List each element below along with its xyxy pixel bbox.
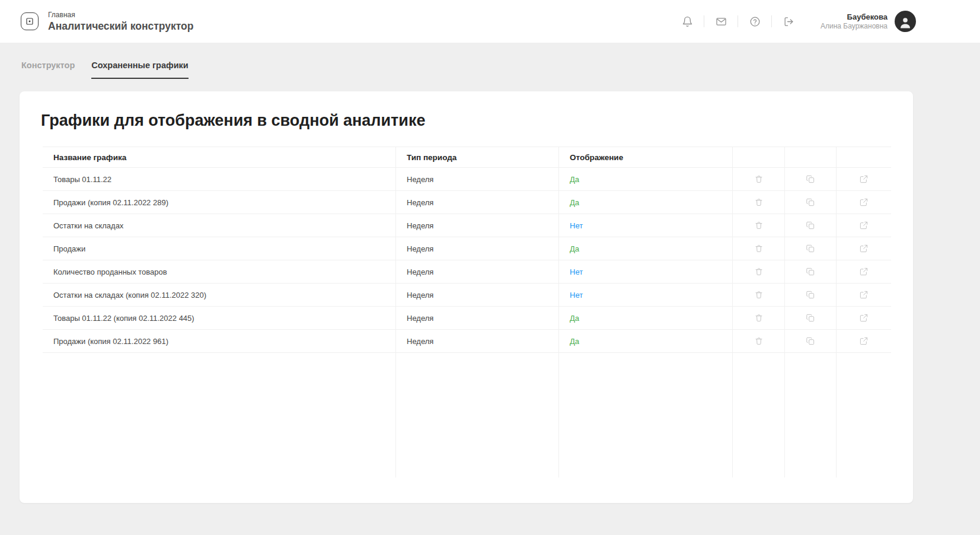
external-link-icon <box>859 221 869 230</box>
open-cell <box>836 330 891 352</box>
copy-icon <box>806 290 815 300</box>
duplicate-button[interactable] <box>803 241 818 256</box>
chart-name-cell: Продажи (копия 02.11.2022 961) <box>43 330 395 352</box>
col-header-open <box>836 147 891 167</box>
copy-icon <box>806 174 815 184</box>
period-cell: Неделя <box>395 214 558 237</box>
duplicate-cell <box>784 284 836 306</box>
trash-icon <box>754 198 764 207</box>
empty-column <box>558 353 732 477</box>
col-header-chart-name: Название графика <box>43 147 395 167</box>
empty-column <box>395 353 558 477</box>
display-cell: Да <box>558 191 732 214</box>
page-title: Аналитический конструктор <box>48 20 193 33</box>
mail-button[interactable] <box>714 14 728 28</box>
status-text: Да <box>570 244 579 253</box>
duplicate-button[interactable] <box>803 195 818 209</box>
duplicate-button[interactable] <box>803 334 818 348</box>
divider <box>704 15 704 27</box>
notifications-button[interactable] <box>680 14 694 28</box>
help-button[interactable] <box>748 14 762 28</box>
divider <box>738 15 738 27</box>
top-bar: Главная Аналитический конструктор Баубек… <box>0 0 980 43</box>
chart-name-cell: Товары 01.11.22 (копия 02.11.2022 445) <box>43 307 395 329</box>
empty-column <box>836 353 891 477</box>
copy-icon <box>806 267 815 276</box>
external-link-icon <box>859 267 869 276</box>
table-row: Товары 01.11.22 (копия 02.11.2022 445) Н… <box>43 307 891 330</box>
delete-cell <box>732 191 784 214</box>
table-row: Продажи (копия 02.11.2022 289) Неделя Да <box>43 191 891 214</box>
duplicate-button[interactable] <box>803 288 818 302</box>
duplicate-button[interactable] <box>803 265 818 279</box>
avatar[interactable] <box>895 11 916 32</box>
open-button[interactable] <box>857 172 871 186</box>
logout-icon <box>783 16 794 27</box>
tab-saved-charts[interactable]: Сохраненные графики <box>91 60 189 79</box>
open-button[interactable] <box>857 218 871 233</box>
display-cell: Нет <box>558 214 732 237</box>
logout-button[interactable] <box>781 14 796 28</box>
status-text: Нет <box>570 291 583 300</box>
delete-cell <box>732 214 784 237</box>
divider <box>771 15 772 27</box>
trash-icon <box>754 244 764 253</box>
external-link-icon <box>859 174 869 184</box>
external-link-icon <box>859 244 869 253</box>
delete-button[interactable] <box>752 172 766 186</box>
delete-button[interactable] <box>752 334 766 348</box>
delete-button[interactable] <box>752 241 766 256</box>
status-text: Да <box>570 314 579 323</box>
status-text: Нет <box>570 268 583 276</box>
open-button[interactable] <box>857 241 871 256</box>
duplicate-button[interactable] <box>803 172 818 186</box>
delete-button[interactable] <box>752 218 766 233</box>
table-row: Остатки на складах (копия 02.11.2022 320… <box>43 284 891 307</box>
open-cell <box>836 237 891 260</box>
open-button[interactable] <box>857 265 871 279</box>
open-button[interactable] <box>857 334 871 348</box>
display-cell: Нет <box>558 260 732 283</box>
open-cell <box>836 191 891 214</box>
display-cell: Да <box>558 237 732 260</box>
delete-cell <box>732 260 784 283</box>
display-cell: Да <box>558 307 732 329</box>
open-button[interactable] <box>857 288 871 302</box>
table-row: Остатки на складах Неделя Нет <box>43 214 891 237</box>
open-button[interactable] <box>857 195 871 209</box>
period-cell: Неделя <box>395 260 558 283</box>
person-icon <box>898 15 912 30</box>
delete-button[interactable] <box>752 265 766 279</box>
title-block: Главная Аналитический конструктор <box>48 11 193 33</box>
app-logo[interactable] <box>21 12 39 30</box>
display-cell: Нет <box>558 284 732 306</box>
duplicate-cell <box>784 191 836 214</box>
period-cell: Неделя <box>395 191 558 214</box>
col-header-period-type: Тип периода <box>395 147 558 167</box>
open-cell <box>836 168 891 190</box>
empty-column <box>784 353 836 477</box>
trash-icon <box>754 336 764 346</box>
empty-column <box>732 353 784 477</box>
duplicate-button[interactable] <box>803 311 818 325</box>
display-cell: Да <box>558 330 732 352</box>
table-row: Товары 01.11.22 Неделя Да <box>43 168 891 191</box>
col-header-display: Отображение <box>558 147 732 167</box>
duplicate-button[interactable] <box>803 218 818 233</box>
user-last-name: Баубекова <box>821 12 888 21</box>
copy-icon <box>806 221 815 230</box>
status-text: Да <box>570 337 579 346</box>
content-card: Графики для отображения в сводной аналит… <box>20 91 913 503</box>
delete-button[interactable] <box>752 311 766 325</box>
chart-name-cell: Остатки на складах (копия 02.11.2022 320… <box>43 284 395 306</box>
delete-button[interactable] <box>752 288 766 302</box>
table-row: Продажи Неделя Да <box>43 237 891 260</box>
tab-constructor[interactable]: Конструктор <box>21 60 75 79</box>
open-cell <box>836 307 891 329</box>
top-bar-left: Главная Аналитический конструктор <box>21 11 193 33</box>
delete-button[interactable] <box>752 195 766 209</box>
breadcrumb[interactable]: Главная <box>48 11 193 19</box>
copy-icon <box>806 244 815 253</box>
bell-icon <box>682 16 693 27</box>
open-button[interactable] <box>857 311 871 325</box>
